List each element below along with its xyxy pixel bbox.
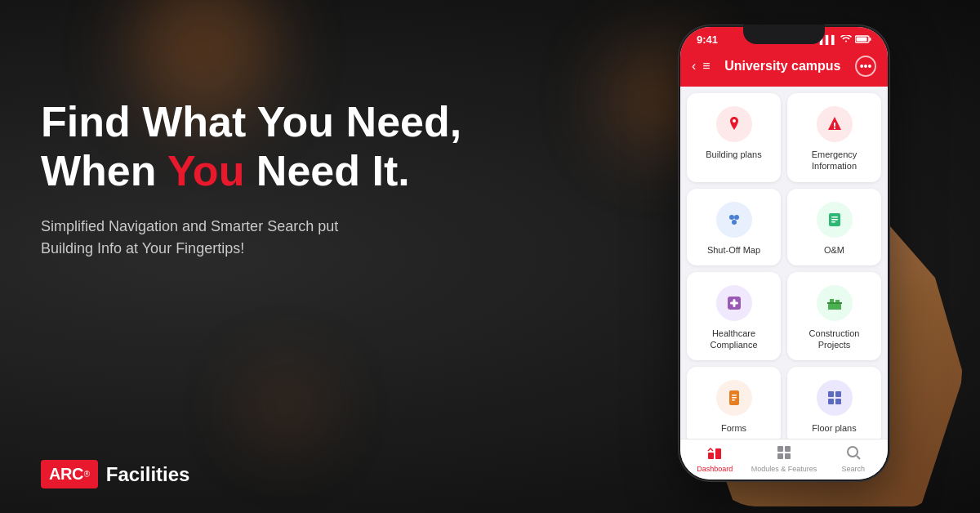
svg-rect-24 [828,391,834,397]
svg-rect-25 [835,391,841,397]
building-plans-icon [716,106,752,142]
healthcare-label: Healthcare Compliance [693,328,774,351]
nav-modules[interactable]: Modules & Features [750,444,819,473]
svg-rect-2 [857,37,867,41]
wifi-icon [840,35,852,45]
headline: Find What You Need, When You Need It. [41,98,498,196]
modules-label: Modules & Features [751,465,817,473]
list-item[interactable]: Healthcare Compliance [687,272,781,361]
bottom-nav: Dashboard Modules & Features [680,439,888,480]
back-icon[interactable]: ‹ [692,59,696,74]
svg-point-3 [733,119,736,123]
nav-search[interactable]: Search [818,444,888,473]
emergency-label: Emergency Information [794,149,875,172]
svg-rect-33 [785,453,791,459]
svg-rect-31 [785,446,791,452]
app-header: ‹ ≡ University campus ••• [680,49,888,87]
emergency-icon [817,106,853,142]
app-content: Building plans Emergency Information [680,87,888,439]
headline-line2-suffix: Need It. [244,147,409,194]
healthcare-icon [716,285,752,321]
phone-inner: 9:41 ▌▌▌ [680,27,888,480]
subtitle-text: Simplified Navigation and Smarter Search… [41,216,384,260]
svg-rect-21 [732,395,737,396]
svg-rect-10 [831,216,838,218]
floorplans-icon [817,380,853,416]
shutoff-icon [716,202,752,238]
menu-icon[interactable]: ≡ [702,59,710,74]
battery-icon [855,35,871,45]
svg-point-7 [734,215,739,220]
nav-dashboard[interactable]: Dashboard [680,444,750,473]
arc-text: ARC [49,465,83,484]
header-left: ‹ ≡ [692,59,710,74]
arc-logo: ARC® [41,460,98,488]
svg-rect-4 [834,123,835,127]
svg-rect-5 [834,127,835,129]
svg-rect-32 [777,453,783,459]
om-label: O&M [824,244,844,256]
reg-symbol: ® [84,470,90,479]
svg-rect-28 [708,453,714,459]
status-time: 9:41 [697,33,718,46]
list-item[interactable]: Shut-Off Map [687,189,781,265]
logo-area: ARC® Facilities [41,460,189,488]
search-label: Search [841,465,865,473]
phone-frame: 9:41 ▌▌▌ [678,25,890,482]
list-item[interactable]: Construction Projects [787,272,881,361]
dashboard-label: Dashboard [697,465,733,473]
floorplans-label: Floor plans [812,422,856,434]
forms-label: Forms [721,422,746,434]
modules-icon [776,444,792,463]
left-content: Find What You Need, When You Need It. Si… [41,98,498,260]
building-plans-label: Building plans [706,149,762,160]
list-item[interactable]: O&M [787,189,881,265]
om-icon [817,202,853,238]
list-item[interactable]: Building plans [687,93,781,182]
svg-rect-15 [730,301,738,304]
search-icon [845,444,862,463]
list-item[interactable]: Emergency Information [787,93,881,182]
header-title: University campus [724,59,840,74]
svg-rect-23 [732,399,735,401]
forms-icon [716,380,752,416]
phone-wrapper: 9:41 ▌▌▌ [670,8,931,498]
svg-point-6 [729,215,734,220]
status-icons: ▌▌▌ [820,35,871,45]
svg-rect-11 [831,219,838,221]
phone-notch [743,25,825,44]
dashboard-icon [706,444,723,463]
svg-rect-27 [835,399,841,404]
list-item[interactable]: Forms [687,367,781,439]
svg-rect-30 [777,446,783,452]
bokeh-circle-3 [245,366,327,448]
headline-highlight: You [167,147,244,194]
svg-rect-19 [827,302,842,304]
svg-rect-1 [870,38,871,41]
svg-rect-12 [831,221,835,223]
more-button[interactable]: ••• [855,56,876,77]
headline-line2-prefix: When [41,147,167,194]
svg-point-8 [732,220,737,225]
svg-point-34 [848,447,858,457]
feature-grid: Building plans Emergency Information [687,93,881,439]
shutoff-label: Shut-Off Map [707,244,760,256]
construction-icon [817,285,853,321]
headline-line1: Find What You Need, [41,98,461,145]
construction-label: Construction Projects [794,328,875,351]
svg-rect-22 [732,397,737,399]
svg-rect-26 [828,399,834,404]
svg-line-35 [857,456,860,459]
svg-rect-29 [715,448,721,459]
more-icon: ••• [860,60,872,73]
list-item[interactable]: Floor plans [787,367,881,439]
facilities-text: Facilities [106,463,190,486]
